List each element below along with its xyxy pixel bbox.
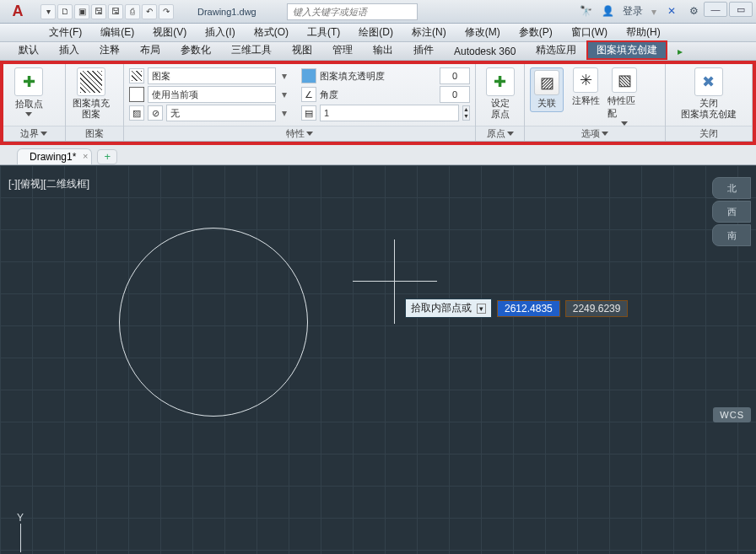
panel-origin: ✚ 设定 原点 原点 bbox=[476, 64, 525, 141]
viewport-label[interactable]: [-][俯视][二维线框] bbox=[8, 177, 89, 191]
panel-origin-title[interactable]: 原点 bbox=[476, 126, 524, 141]
dynamic-input: 拾取内部点或 ▾ 2612.4835 2249.6239 bbox=[405, 299, 628, 318]
ucs-axis bbox=[20, 524, 21, 552]
panel-close: ✖ 关闭 图案填充创建 关闭 bbox=[666, 64, 753, 141]
hatch-bg-field[interactable]: 无 bbox=[166, 105, 276, 121]
qat-new[interactable]: 🗋 bbox=[57, 4, 73, 19]
qat-saveas[interactable]: 🖫 bbox=[108, 4, 123, 19]
menu-edit[interactable]: 编辑(E) bbox=[92, 24, 143, 41]
close-hatch-button[interactable]: ✖ 关闭 图案填充创建 bbox=[672, 67, 746, 120]
menu-format[interactable]: 格式(O) bbox=[246, 24, 297, 41]
chevron-down-icon[interactable]: ▾ bbox=[279, 89, 289, 100]
menu-dim[interactable]: 标注(N) bbox=[403, 24, 455, 41]
chevron-down-icon[interactable]: ▾ bbox=[279, 70, 289, 82]
title-bar: A ▾ 🗋 ▣ 🖫 🖫 ⎙ ↶ ↷ Drawing1.dwg 🔭 👤 登录 ▾ … bbox=[0, 0, 756, 24]
view-cube[interactable]: 北 西 南 bbox=[712, 177, 756, 253]
tab-plugins[interactable]: 插件 bbox=[403, 40, 444, 60]
angle-row[interactable]: ∠ 角度 0 bbox=[301, 86, 470, 103]
scale-row[interactable]: ▤ 1 ▲▼ bbox=[301, 105, 470, 121]
pick-points-label: 拾取点 bbox=[15, 98, 43, 110]
qat-btn[interactable]: ▾ bbox=[40, 4, 56, 19]
set-origin-button[interactable]: ✚ 设定 原点 bbox=[481, 67, 519, 120]
qat-redo[interactable]: ↷ bbox=[159, 4, 174, 19]
login-link[interactable]: 登录 bbox=[623, 4, 643, 19]
view-cube-w[interactable]: 西 bbox=[712, 201, 751, 223]
user-icon[interactable]: 👤 bbox=[601, 5, 614, 19]
hatch-type-field[interactable]: 图案 bbox=[148, 67, 276, 84]
spinner-up[interactable]: ▲ bbox=[463, 106, 469, 113]
maximize-button[interactable]: ▭ bbox=[729, 2, 753, 17]
match-props-button[interactable]: ▧ 特性匹配 bbox=[608, 67, 641, 126]
tab-3dtools[interactable]: 三维工具 bbox=[221, 40, 282, 60]
menu-tools[interactable]: 工具(T) bbox=[299, 24, 348, 41]
coord-x-field[interactable]: 2612.4835 bbox=[497, 300, 560, 317]
tab-default[interactable]: 默认 bbox=[8, 40, 49, 60]
annotative-button[interactable]: ✳ 注释性 bbox=[569, 67, 602, 107]
menu-modify[interactable]: 修改(M) bbox=[456, 24, 509, 41]
associative-button[interactable]: ▨ 关联 bbox=[530, 67, 564, 112]
tab-manage[interactable]: 管理 bbox=[322, 40, 363, 60]
qat-print[interactable]: ⎙ bbox=[125, 4, 140, 19]
menu-help[interactable]: 帮助(H) bbox=[618, 24, 669, 41]
panel-options-title[interactable]: 选项 bbox=[525, 126, 665, 141]
tab-hatch-creation[interactable]: 图案填充创建 bbox=[586, 40, 667, 60]
search-input[interactable] bbox=[287, 3, 418, 20]
pick-points-button[interactable]: ✚ 拾取点 bbox=[8, 67, 49, 116]
tab-insert[interactable]: 插入 bbox=[49, 40, 89, 60]
tab-view[interactable]: 视图 bbox=[282, 40, 322, 60]
menu-window[interactable]: 窗口(W) bbox=[563, 24, 616, 41]
match-icon: ▧ bbox=[612, 67, 637, 93]
bg-swatch-icon: ▨ bbox=[129, 105, 144, 121]
spinner-down[interactable]: ▼ bbox=[463, 113, 469, 120]
menu-insert[interactable]: 插入(I) bbox=[197, 24, 243, 41]
wcs-badge[interactable]: WCS bbox=[713, 407, 751, 422]
panel-boundary-title[interactable]: 边界 bbox=[3, 126, 65, 141]
tab-a360[interactable]: Autodesk 360 bbox=[444, 43, 526, 60]
menu-param[interactable]: 参数(P) bbox=[510, 24, 561, 41]
binoculars-icon[interactable]: 🔭 bbox=[579, 5, 592, 19]
file-tab-drawing1[interactable]: Drawing1* × bbox=[17, 148, 92, 164]
circle-entity[interactable] bbox=[119, 228, 308, 417]
tab-annotate[interactable]: 注释 bbox=[89, 40, 130, 60]
transparency-value[interactable]: 0 bbox=[440, 67, 470, 84]
panel-pattern: 图案填充 图案 图案 bbox=[66, 64, 125, 141]
scale-value[interactable]: 1 bbox=[320, 105, 459, 121]
share-icon[interactable]: ⚙ bbox=[687, 5, 700, 19]
new-tab-button[interactable]: + bbox=[97, 149, 117, 164]
close-tab-icon[interactable]: × bbox=[83, 151, 88, 161]
drawing-canvas[interactable]: [-][俯视][二维线框] 拾取内部点或 ▾ 2612.4835 2249.62… bbox=[0, 165, 756, 554]
app-logo[interactable]: A bbox=[0, 0, 35, 24]
annotative-icon: ✳ bbox=[573, 67, 598, 93]
menu-draw[interactable]: 绘图(D) bbox=[350, 24, 402, 41]
crosshair-h bbox=[353, 281, 437, 282]
qat-save[interactable]: 🖫 bbox=[91, 4, 106, 19]
qat-undo[interactable]: ↶ bbox=[142, 4, 157, 19]
hatch-pattern-button[interactable]: 图案填充 图案 bbox=[71, 67, 111, 120]
ribbon-tab-bar: 默认 插入 注释 布局 参数化 三维工具 视图 管理 输出 插件 Autodes… bbox=[0, 42, 756, 61]
chevron-down-icon[interactable]: ▾ bbox=[279, 107, 289, 119]
angle-value[interactable]: 0 bbox=[440, 86, 470, 103]
tab-featured[interactable]: 精选应用 bbox=[526, 40, 586, 60]
hatch-color-row[interactable]: 使用当前项 ▾ bbox=[129, 86, 289, 103]
tab-overflow[interactable]: ▸ bbox=[667, 43, 693, 60]
hatch-bg-row[interactable]: ▨ ⊘ 无 ▾ bbox=[129, 105, 289, 121]
panel-close-title: 关闭 bbox=[666, 126, 752, 141]
associative-icon: ▨ bbox=[534, 70, 559, 95]
hatch-type-row[interactable]: 图案 ▾ bbox=[129, 67, 289, 84]
qat-open[interactable]: ▣ bbox=[74, 4, 89, 19]
menu-view[interactable]: 视图(V) bbox=[144, 24, 195, 41]
menu-file[interactable]: 文件(F) bbox=[40, 24, 90, 41]
prompt-dropdown-icon[interactable]: ▾ bbox=[477, 304, 486, 314]
transparency-row[interactable]: 图案填充透明度 0 bbox=[301, 67, 470, 84]
view-cube-s[interactable]: 南 bbox=[712, 224, 751, 246]
view-cube-n[interactable]: 北 bbox=[712, 177, 751, 199]
transparency-label: 图案填充透明度 bbox=[320, 70, 385, 83]
tab-layout[interactable]: 布局 bbox=[130, 40, 170, 60]
panel-properties-title[interactable]: 特性 bbox=[124, 126, 475, 141]
tab-parametric[interactable]: 参数化 bbox=[170, 40, 221, 60]
coord-y-field[interactable]: 2249.6239 bbox=[565, 300, 629, 317]
tab-output[interactable]: 输出 bbox=[363, 40, 403, 60]
exchange-icon[interactable]: ✕ bbox=[665, 5, 678, 19]
minimize-button[interactable]: — bbox=[704, 2, 727, 17]
hatch-color-field[interactable]: 使用当前项 bbox=[148, 86, 276, 103]
